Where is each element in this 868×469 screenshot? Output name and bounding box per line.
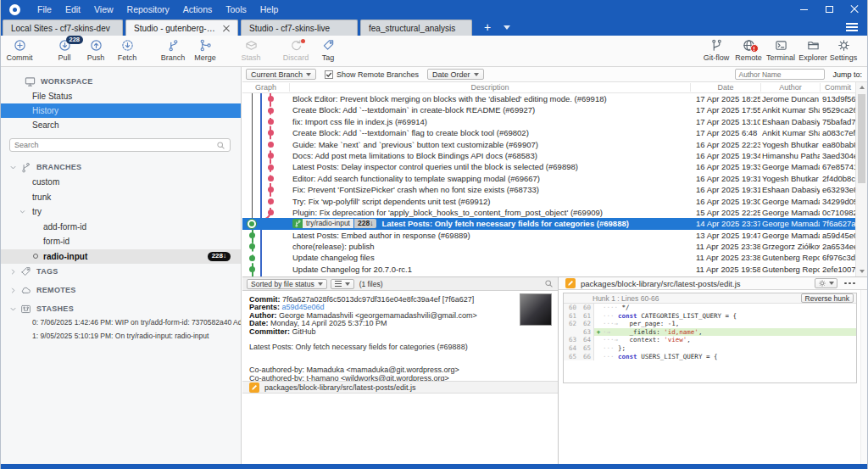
commit-row[interactable]: Bump plugin version to 20.7.0-rc.1 11 Ap… xyxy=(242,275,855,276)
commit-row[interactable]: Latest Posts: Delay inspector control qu… xyxy=(242,161,855,172)
commit-node-icon[interactable] xyxy=(249,243,255,249)
scroll-up-icon[interactable] xyxy=(860,86,865,89)
sidebar-search-input[interactable] xyxy=(9,138,231,152)
merge-button[interactable]: Merge xyxy=(186,38,224,62)
close-button[interactable] xyxy=(842,0,867,19)
commit-node-icon[interactable] xyxy=(268,108,274,114)
show-remote-branches-toggle[interactable]: Show Remote Branches xyxy=(325,70,419,79)
branch-item[interactable]: radio-input 228↓ xyxy=(1,249,241,265)
scrollbar-thumb[interactable] xyxy=(858,94,865,183)
commit-row[interactable]: try/radio-input 228↓ Latest Posts: Only … xyxy=(242,218,855,229)
column-commit[interactable]: Commit xyxy=(820,83,855,92)
menubar-item[interactable]: Help xyxy=(253,0,286,19)
sidebar-item-history[interactable]: History xyxy=(1,103,241,118)
repo-tab[interactable]: fea_structural_analysis xyxy=(360,20,472,36)
commit-description: fix: Import css file in index.js (#69914… xyxy=(289,116,690,127)
commit-row[interactable]: chore(release): publish 11 Apr 2025 23:3… xyxy=(242,241,855,252)
menubar-item[interactable]: View xyxy=(87,0,120,19)
commit-row[interactable]: Try: Fix 'wp-polyfill' script dependents… xyxy=(242,196,855,207)
commit-list-scrollbar[interactable] xyxy=(855,82,867,276)
scroll-down-icon[interactable] xyxy=(860,270,865,273)
commit-node-icon[interactable] xyxy=(268,142,274,148)
stashes-header[interactable]: STASHES xyxy=(1,301,241,316)
commit-node-icon[interactable] xyxy=(268,153,274,159)
diff-settings-button[interactable] xyxy=(815,278,837,288)
commit-date: 14 Apr 2025 23:37 xyxy=(690,218,760,229)
commit-row[interactable]: Update changelog files 11 Apr 2025 23:38… xyxy=(242,252,855,263)
repo-tab[interactable]: Studio - cf7-skins-live xyxy=(241,20,358,36)
menubar-item[interactable]: Repository xyxy=(120,0,176,19)
commit-button[interactable]: Commit xyxy=(1,38,38,62)
fetch-button[interactable]: Fetch xyxy=(108,38,146,62)
view-mode-dropdown[interactable] xyxy=(331,279,354,289)
commit-node-icon[interactable] xyxy=(247,219,257,229)
column-date[interactable]: Date xyxy=(690,83,760,92)
commit-row[interactable]: fix: Import css file in index.js (#69914… xyxy=(242,116,855,127)
search-files-icon[interactable] xyxy=(544,279,554,288)
branches-header[interactable]: BRANCHES xyxy=(1,159,241,175)
branch-item[interactable]: add-form-id xyxy=(1,220,241,235)
branch-item[interactable]: trunk xyxy=(1,190,241,205)
changed-file-item[interactable]: packages/block-library/src/latest-posts/… xyxy=(242,381,558,394)
sidebar-item-file-status[interactable]: File Status xyxy=(1,89,241,103)
repo-tab[interactable]: Studio - gutenberg-fork xyxy=(125,20,238,36)
tags-header[interactable]: TAGS xyxy=(1,264,241,279)
commit-node-icon[interactable] xyxy=(249,255,255,261)
commit-row[interactable]: Plugin: Fix deprecation for 'apply_block… xyxy=(242,207,855,218)
stash-item[interactable]: 0: 7/06/2025 1:42:46 PM: WIP on try/add-… xyxy=(1,316,241,330)
branch-filter-dropdown[interactable]: Current Branch xyxy=(246,69,316,80)
branch-item[interactable]: form-id xyxy=(1,234,241,249)
commit-row[interactable]: Update Changelog for 20.7.0-rc.1 11 Apr … xyxy=(242,264,855,275)
more-options-button[interactable] xyxy=(843,282,855,285)
sort-files-dropdown[interactable]: Sorted by file status xyxy=(247,279,327,289)
sidebar-item-search[interactable]: Search xyxy=(1,118,241,132)
commit-row[interactable]: Fix: Prevent 'FontSizePicker' crash when… xyxy=(242,184,855,195)
order-dropdown[interactable]: Date Order xyxy=(427,69,484,80)
diff-scrollbar[interactable] xyxy=(860,290,867,464)
remotes-header[interactable]: REMOTES xyxy=(1,282,241,298)
commit-node-icon[interactable] xyxy=(268,119,274,125)
reverse-hunk-button[interactable]: Reverse hunk xyxy=(801,293,854,303)
repo-tab[interactable]: Local Sites - cf7-skins-dev xyxy=(3,20,123,36)
menubar-item[interactable]: File xyxy=(31,0,58,19)
chevron-down-icon[interactable] xyxy=(19,208,26,215)
new-tab-button[interactable]: + xyxy=(481,20,493,34)
branch-chip[interactable]: try/radio-input 228↓ xyxy=(292,219,376,228)
column-description[interactable]: Description xyxy=(289,83,690,92)
commit-node-icon[interactable] xyxy=(268,187,274,193)
close-tab-icon[interactable] xyxy=(222,25,230,32)
commit-row[interactable]: Block Editor: Prevent block merging on b… xyxy=(242,93,855,104)
commit-row[interactable]: Latest Posts: Embed author in response (… xyxy=(242,230,855,241)
commit-node-icon[interactable] xyxy=(249,266,255,272)
commit-node-icon[interactable] xyxy=(268,209,274,215)
hamburger-menu-icon[interactable] xyxy=(846,23,858,31)
settings-button[interactable]: Settings xyxy=(825,38,862,62)
commit-row[interactable]: Create Block: Add `--textdomain` in crea… xyxy=(242,104,855,115)
stash-button[interactable]: Stash xyxy=(232,38,270,62)
commit-node-icon[interactable] xyxy=(249,232,255,238)
menubar-item[interactable]: Edit xyxy=(58,0,87,19)
author-name-field[interactable] xyxy=(738,70,832,79)
column-author[interactable]: Author xyxy=(760,83,820,92)
commit-node-icon[interactable] xyxy=(268,198,274,204)
search-field[interactable] xyxy=(14,141,216,149)
branch-item[interactable]: custom xyxy=(1,175,241,190)
commit-node-icon[interactable] xyxy=(268,96,274,102)
column-graph[interactable]: Graph xyxy=(242,83,289,92)
commit-node-icon[interactable] xyxy=(268,130,274,136)
commit-row[interactable]: Editor: Add search functionality to temp… xyxy=(242,173,855,184)
commit-row[interactable]: Guide: Make `next` and `previous` button… xyxy=(242,139,855,150)
tab-list-caret-icon[interactable] xyxy=(504,25,510,30)
commit-node-icon[interactable] xyxy=(268,176,274,181)
menubar-item[interactable]: Actions xyxy=(176,0,219,19)
stash-item[interactable]: 1: 9/05/2025 5:10:19 PM: On try/radio-in… xyxy=(1,330,241,343)
author-filter-input[interactable] xyxy=(735,69,825,80)
menubar-item[interactable]: Tools xyxy=(219,0,253,19)
commit-row[interactable]: Docs: Add post meta limitations to Block… xyxy=(242,150,855,161)
tag-button[interactable]: Tag xyxy=(309,38,347,62)
maximize-button[interactable] xyxy=(816,0,842,19)
branch-item[interactable]: try xyxy=(1,204,241,220)
commit-node-icon[interactable] xyxy=(268,165,274,170)
commit-row[interactable]: Create Block: Add `--textdomain` flag to… xyxy=(242,127,855,138)
minimize-button[interactable] xyxy=(791,0,816,19)
